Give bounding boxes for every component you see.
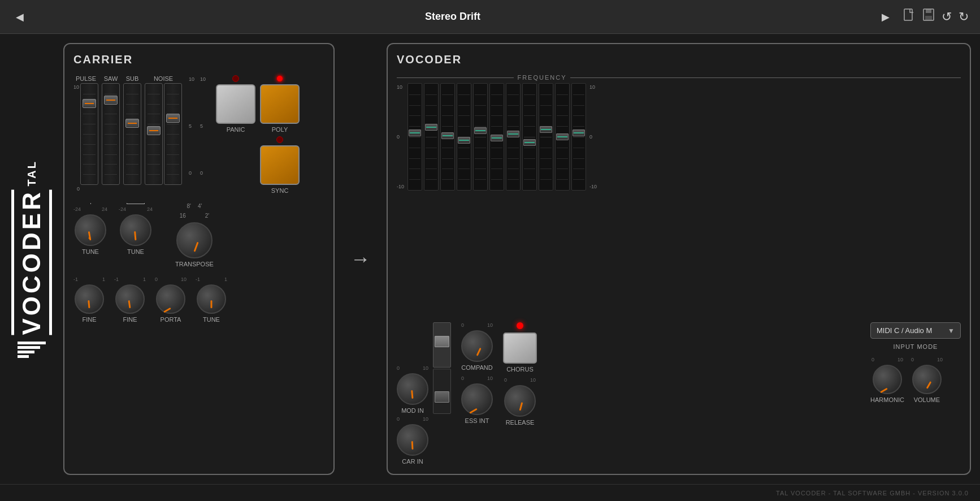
logo-stripes [18,342,46,358]
saw-fader[interactable] [102,83,120,185]
chorus-button[interactable] [503,332,537,364]
scale-mid2: 5 [200,123,206,129]
transpose-knob[interactable] [176,222,213,258]
main-content: TAL VOCODER CARRIER PULSE 10 [0,34,980,484]
freq-fader-3[interactable] [440,83,455,191]
freq-faders [407,83,586,191]
car-in-knob[interactable] [397,424,428,456]
porta-label: PORTA [161,316,181,323]
fine2-label: FINE [123,316,137,323]
ess-int-group: 0 10 ESS INT [461,375,493,424]
noise-fader2[interactable] [164,83,182,185]
fine2-max: 1 [143,277,146,282]
mod-slider-top[interactable] [433,322,451,368]
freq-fader-5[interactable] [473,83,488,191]
input-mode-area: MIDI C / Audio M ▼ INPUT MODE 0 10 [870,322,961,403]
freq-fader-8[interactable] [522,83,537,191]
sync-button[interactable] [260,145,300,185]
freq-scale-top-r: 10 [589,84,597,90]
freq-fader-9[interactable] [539,83,553,191]
input-mode-label: INPUT MODE [870,343,961,350]
prev-button[interactable]: ◀ [11,8,28,25]
logo-vocoder: VOCODER [11,189,52,335]
arrow-right: → [350,247,371,271]
mod-car-section: 0 10 MOD IN [397,322,451,465]
volume-min: 0 [911,357,914,362]
tune2-min: -24 [119,206,126,212]
freq-fader-10[interactable] [555,83,570,191]
pulse-fader[interactable] [80,83,98,185]
panic-button[interactable] [216,84,255,124]
tune2-label: TUNE [127,248,144,255]
noise-label: NOISE [154,75,173,82]
car-in-knob-group: 0 10 CAR IN [397,416,428,465]
porta-max: 10 [181,277,187,282]
poly-label: POLY [272,126,288,133]
mod-in-label: MOD IN [401,407,424,414]
pulse-label: PULSE [76,75,96,82]
play-button[interactable]: ▶ [877,8,894,25]
freq-fader-6[interactable] [489,83,504,191]
logo-panel: TAL VOCODER [9,43,54,475]
volume-knob[interactable] [912,365,942,394]
release-group: 0 10 RELEASE [504,377,536,426]
mod-in-knob[interactable] [397,373,428,405]
redo-icon[interactable]: ↻ [959,10,969,24]
ess-int-knob[interactable] [461,383,493,415]
volume-label: VOLUME [914,396,940,403]
tune1-min: -24 [73,206,81,212]
save-icon[interactable] [922,8,935,25]
mod-in-knob-group: 0 10 MOD IN [397,365,428,414]
transpose-group: 8' 4' 16 2' TRANSPOSE [175,203,214,267]
mod-in-min: 0 [397,365,400,371]
transpose-4: 4' [198,203,202,209]
svg-rect-3 [925,16,932,20]
freq-fader-2[interactable] [424,83,439,191]
release-knob[interactable] [504,385,536,417]
noise-fader[interactable] [145,83,163,185]
carrier-panel: CARRIER PULSE 10 [63,43,335,475]
sub-label: SUB [126,75,139,82]
input-mode-value: MIDI C / Audio M [877,326,932,335]
tune2-group: -24 24 TUNE [119,203,153,255]
car-in-max: 10 [423,416,428,422]
freq-fader-4[interactable] [457,83,471,191]
harmonic-label: HARMONIC [870,396,904,403]
tune-bottom-knob[interactable] [197,284,226,314]
freq-fader-7[interactable] [506,83,521,191]
compand-essint-section: 0 10 COMPAND 0 10 [461,322,493,424]
fine1-label: FINE [82,316,96,323]
compand-knob[interactable] [461,330,493,362]
scale-bot: 0 [189,170,194,176]
fine2-min: -1 [114,277,119,282]
freq-fader-1[interactable] [407,83,422,191]
pulse-scale-10: 10 [73,84,79,90]
undo-icon[interactable]: ↺ [942,10,952,24]
tune1-group: -24 24 TUNE [73,203,107,255]
tune-bottom-group: -1 1 TUNE [196,277,227,323]
fine1-min: -1 [73,277,78,282]
freq-fader-11[interactable] [571,83,586,191]
scale-top: 10 [189,76,194,82]
input-mode-dropdown[interactable]: MIDI C / Audio M ▼ [870,322,961,339]
new-icon[interactable] [903,8,916,25]
pulse-scale-0: 0 [77,186,80,192]
tune1-knob[interactable] [75,214,106,246]
transpose-2: 2' [205,213,209,219]
sync-label: SYNC [271,187,289,194]
top-bar: ◀ Stereo Drift ▶ ↺ ↻ [0,0,980,34]
svg-rect-2 [926,9,931,13]
compand-min: 0 [461,322,464,328]
sub-fader[interactable] [123,83,141,185]
fine2-knob[interactable] [115,284,145,314]
ess-int-min: 0 [461,375,464,381]
fine1-knob[interactable] [75,284,104,314]
porta-knob[interactable] [156,284,185,314]
car-in-min: 0 [397,416,400,422]
poly-led [276,75,283,82]
harmonic-knob[interactable] [873,365,902,394]
poly-button[interactable] [260,84,300,124]
mod-slider-bot[interactable] [433,369,451,414]
tune2-knob[interactable] [120,214,151,246]
harmonic-max: 10 [897,357,903,362]
